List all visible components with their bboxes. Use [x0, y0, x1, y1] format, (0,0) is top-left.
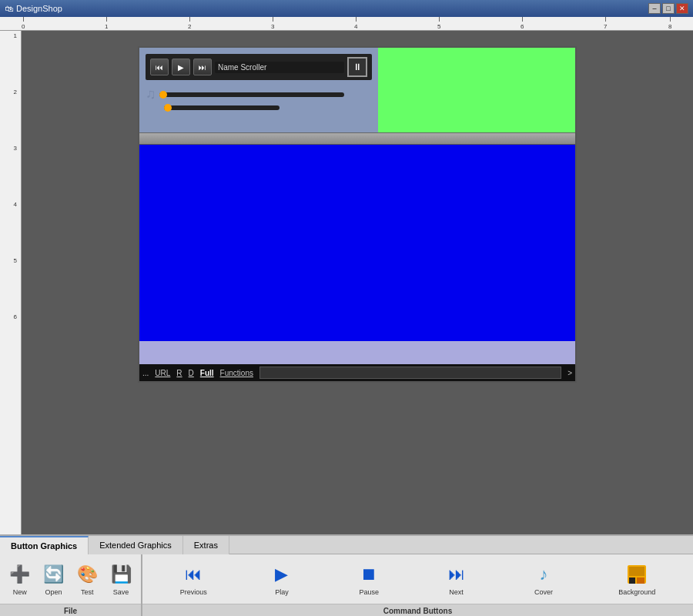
slider-row-2 [146, 105, 280, 110]
close-button[interactable]: ✕ [676, 3, 688, 14]
command-section: ⏮ Previous ▶ Play ⏹ Pause ⏭ Next ♪ Cov [142, 554, 693, 616]
open-icon: 🔄 [42, 562, 66, 587]
nav-d[interactable]: D [189, 369, 194, 377]
test-icon: 🎨 [75, 562, 99, 587]
app-icon: 🛍 [5, 4, 13, 13]
test-label: Test [81, 588, 94, 596]
player-widget: ⏮ ▶ ⏭ Name Scroller ⏸ ♫ [138, 46, 577, 383]
minimize-button[interactable]: – [648, 3, 661, 14]
save-button[interactable]: 💾 Save [107, 561, 135, 598]
new-icon: ➕ [8, 562, 32, 587]
music-icon: ♫ [146, 86, 156, 102]
nav-bar: ... URL R D Full Functions > [139, 364, 575, 381]
nav-ellipsis[interactable]: ... [142, 369, 149, 377]
file-section-label: File [0, 604, 141, 616]
slider-row-1: ♫ [146, 86, 344, 102]
background-icon [624, 562, 649, 587]
volume-slider[interactable] [159, 92, 344, 97]
cmd-play-label: Play [275, 588, 289, 596]
svg-rect-1 [629, 567, 644, 576]
nav-url[interactable]: URL [155, 369, 170, 377]
next-icon: ⏭ [444, 562, 469, 587]
open-label: Open [45, 588, 62, 596]
nav-arrow[interactable]: > [567, 369, 572, 377]
file-buttons: ➕ New 🔄 Open 🎨 Test 💾 Save [0, 554, 141, 604]
save-label: Save [113, 588, 129, 596]
nav-functions[interactable]: Functions [220, 369, 253, 377]
vertical-ruler: 1 2 3 4 5 6 [0, 31, 22, 534]
cmd-play-button[interactable]: ▶ Play [268, 561, 296, 598]
command-buttons-area: ⏮ Previous ▶ Play ⏹ Pause ⏭ Next ♪ Cov [142, 554, 693, 604]
tab-button-graphics[interactable]: Button Graphics [0, 536, 89, 554]
transport-bar: ⏮ ▶ ⏭ Name Scroller ⏸ [146, 54, 372, 80]
titlebar-left: 🛍 DesignShop [5, 4, 62, 13]
cmd-pause-button[interactable]: ⏹ Pause [355, 561, 383, 598]
canvas-area: ⏮ ▶ ⏭ Name Scroller ⏸ ♫ [22, 31, 693, 534]
cmd-pause-label: Pause [360, 588, 380, 596]
file-section: ➕ New 🔄 Open 🎨 Test 💾 Save File [0, 554, 142, 616]
play-button[interactable]: ▶ [172, 59, 190, 75]
bottom-panel: Button Graphics Extended Graphics Extras… [0, 534, 693, 616]
new-label: New [13, 588, 27, 596]
nav-full[interactable]: Full [200, 369, 214, 377]
tab-extended-graphics[interactable]: Extended Graphics [89, 536, 183, 554]
main-area: 1 2 3 4 5 6 ⏮ ▶ ⏭ Name Scroller ⏸ [0, 31, 693, 534]
background-label: Background [618, 588, 655, 596]
next-button[interactable]: ⏭ Next [443, 561, 470, 598]
player-green-panel [378, 48, 575, 132]
background-button[interactable]: Background [617, 561, 657, 598]
maximize-button[interactable]: □ [662, 3, 675, 14]
cmd-play-icon: ▶ [270, 562, 294, 587]
save-icon: 💾 [109, 562, 133, 587]
tabs-bar: Button Graphics Extended Graphics Extras [0, 536, 693, 554]
player-top: ⏮ ▶ ⏭ Name Scroller ⏸ ♫ [139, 48, 575, 132]
svg-rect-3 [637, 578, 644, 584]
forward-button[interactable]: ⏭ [193, 59, 212, 75]
player-controls-panel: ⏮ ▶ ⏭ Name Scroller ⏸ ♫ [139, 48, 378, 132]
sliders-area: ♫ [146, 85, 372, 112]
progress-slider[interactable] [164, 105, 280, 110]
rewind-button[interactable]: ⏮ [150, 59, 169, 75]
blue-display [139, 145, 575, 341]
cover-button[interactable]: ♪ Cover [530, 561, 557, 598]
name-scroller: Name Scroller [215, 62, 344, 73]
nav-r[interactable]: R [176, 369, 182, 377]
cover-label: Cover [534, 588, 553, 596]
cover-icon: ♪ [531, 562, 556, 587]
titlebar-controls: – □ ✕ [648, 3, 688, 14]
url-input[interactable] [259, 367, 561, 379]
test-button[interactable]: 🎨 Test [73, 561, 101, 598]
tab-extras[interactable]: Extras [183, 536, 229, 554]
next-label: Next [449, 588, 464, 596]
open-button[interactable]: 🔄 Open [40, 561, 68, 598]
new-button[interactable]: ➕ New [6, 561, 34, 598]
command-section-label: Command Buttons [142, 604, 693, 616]
horizontal-ruler: 0 1 2 3 4 5 6 7 8 [0, 17, 693, 31]
previous-label: Previous [180, 588, 207, 596]
toolbar: ➕ New 🔄 Open 🎨 Test 💾 Save File [0, 554, 693, 616]
gray-divider [139, 132, 575, 145]
light-blue-bar [139, 341, 575, 364]
svg-rect-2 [629, 578, 635, 584]
previous-icon: ⏮ [181, 562, 206, 587]
previous-button[interactable]: ⏮ Previous [179, 561, 209, 598]
app-title: DesignShop [16, 4, 62, 13]
cmd-pause-icon: ⏹ [357, 562, 381, 587]
titlebar: 🛍 DesignShop – □ ✕ [0, 0, 693, 17]
pause-display-button[interactable]: ⏸ [347, 57, 367, 77]
